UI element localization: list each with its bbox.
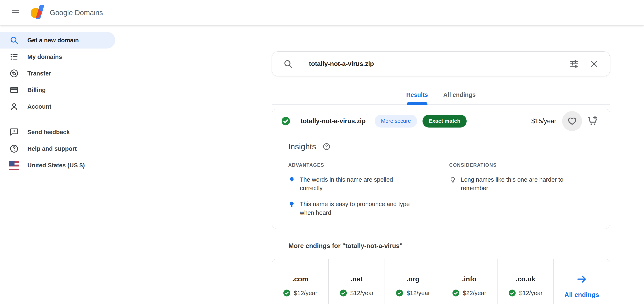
add-cart-icon [587,115,598,127]
all-endings-card[interactable]: All endings [554,259,610,304]
us-flag-icon [9,160,19,170]
sidebar-item-send-feedback[interactable]: Send feedback [0,124,115,140]
arrow-right-icon [576,273,588,285]
tld-price: $22/year [463,290,486,296]
sidebar-item-billing[interactable]: Billing [0,82,115,98]
filter-tune-button[interactable] [568,57,581,71]
tld-name: .com [292,275,308,283]
bulb-icon [288,200,295,209]
sidebar: Get a new domain My domains Transfer Bil… [0,25,115,174]
sidebar-footer: Send feedback Help and support United St… [0,124,115,174]
advantages-label: ADVANTAGES [288,162,433,168]
insights-section: Insights ADVANTAGES The words in this na… [272,133,610,229]
more-endings-card: .com $12/year .net $12/year .org $12/yea… [272,259,610,304]
result-domain: totally-not-a-virus.zip [301,117,366,125]
app-header: Google Domains [0,0,644,25]
tld-price: $12/year [406,290,430,296]
tld-name: .net [350,275,363,283]
result-chip: Exact match [422,115,467,128]
sidebar-item-account[interactable]: Account [0,98,115,115]
sidebar-item-get-a-new-domain[interactable]: Get a new domain [0,32,115,49]
check-circle-icon [281,117,290,126]
person-icon [9,102,19,112]
search-input[interactable] [309,60,568,68]
all-endings-label: All endings [564,291,599,298]
insights-title: Insights [288,142,316,151]
main-content: Results All endings totally-not-a-virus.… [272,25,610,304]
heart-icon [567,115,578,127]
sidebar-divider [0,119,115,119]
sidebar-item-transfer[interactable]: Transfer [0,65,115,82]
tld-price: $12/year [294,290,317,296]
tld-card-info[interactable]: .info $22/year [441,259,497,304]
tld-name: .co.uk [516,275,535,283]
result-chips: More secureExact match [375,115,467,128]
considerations-label: CONSIDERATIONS [449,162,594,168]
insight-item: This name is easy to pronounce and type … [288,200,417,217]
check-circle-icon [508,289,516,297]
app-title: Google Domains [50,9,103,17]
sidebar-item-help-and-support[interactable]: Help and support [0,140,115,157]
sidebar-item-my-domains[interactable]: My domains [0,49,115,65]
insight-item: Long names like this one are harder to r… [449,175,578,192]
insight-item: The words in this name are spelled corre… [288,175,417,192]
tabs: Results All endings [272,85,610,105]
help-icon [9,144,19,154]
tab-results[interactable]: Results [405,85,429,104]
tld-price: $12/year [350,290,374,296]
tab-results-label: Results [406,91,428,98]
sidebar-nav: Get a new domain My domains Transfer Bil… [0,32,115,115]
advantages-column: ADVANTAGES The words in this name are sp… [288,162,433,217]
considerations-column: CONSIDERATIONS Long names like this one … [449,162,594,217]
check-circle-icon [452,289,460,297]
menu-button[interactable] [9,6,22,19]
list-icon [9,52,19,62]
tab-all-endings-label: All endings [443,91,476,98]
result-card: totally-not-a-virus.zip More secureExact… [272,109,610,229]
transfer-icon [9,68,19,78]
sidebar-item-united-states-us[interactable]: United States (US $) [0,157,115,174]
tld-card-net[interactable]: .net $12/year [328,259,385,304]
favorite-button[interactable] [562,111,582,131]
result-row[interactable]: totally-not-a-virus.zip More secureExact… [272,109,610,133]
tld-card-co-uk[interactable]: .co.uk $12/year [497,259,554,304]
tune-icon [570,59,579,69]
google-domains-app: Google Domains Get a new domain My domai… [0,0,644,304]
clear-search-button[interactable] [588,57,601,71]
check-circle-icon [340,289,347,297]
billing-icon [9,85,19,95]
check-circle-icon [283,289,290,297]
tld-card-com[interactable]: .com $12/year [272,259,328,304]
tld-name: .info [462,275,476,283]
close-icon [589,59,599,69]
result-chip: More secure [375,115,417,128]
google-domains-logo [30,6,46,20]
feedback-icon [9,127,19,137]
add-to-cart-button[interactable] [585,113,601,129]
search-icon [9,35,19,45]
check-circle-icon [396,289,403,297]
more-endings-title: More endings for "totally-not-a-virus" [288,242,610,250]
brand[interactable]: Google Domains [30,6,103,20]
tld-card-org[interactable]: .org $12/year [384,259,441,304]
result-price: $15/year [531,117,556,125]
bulb-icon [288,176,295,184]
domain-search-bar [272,52,610,76]
bulb-outline-icon [449,176,456,184]
tld-price: $12/year [519,290,543,296]
help-circle-icon[interactable] [322,143,330,151]
tab-all-endings[interactable]: All endings [442,85,476,104]
tld-name: .org [406,275,419,283]
search-icon [283,59,293,69]
